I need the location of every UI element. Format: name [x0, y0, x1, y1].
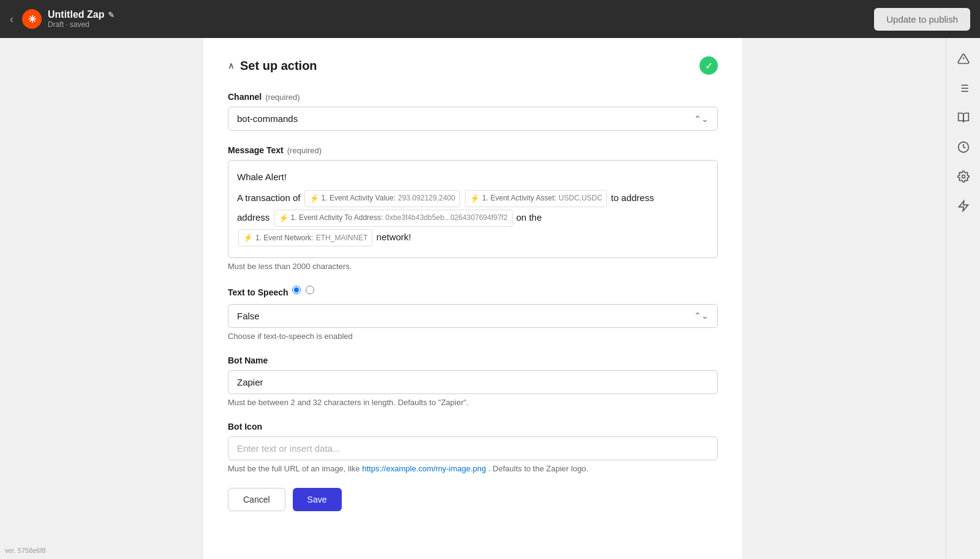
bot-icon-hint-suffix: . Defaults to the Zapier logo. — [488, 464, 588, 473]
tts-label-text: Text to Speech — [228, 287, 288, 297]
msg-address-prefix: address — [237, 212, 273, 222]
sidebar-book-button[interactable] — [950, 104, 977, 131]
main-layout: ∧ Set up action ✓ Channel (required) bot… — [0, 38, 980, 559]
zap-title: Untitled Zap ✎ — [48, 9, 115, 20]
bot-icon-hint: Must be the full URL of an image, like h… — [228, 464, 718, 473]
canvas-area: ∧ Set up action ✓ Channel (required) bot… — [0, 38, 946, 559]
completion-check-icon: ✓ — [699, 56, 718, 75]
save-button[interactable]: Save — [293, 488, 342, 511]
msg-middle2: on the — [516, 212, 542, 222]
sidebar-clock-button[interactable] — [950, 134, 977, 161]
collapse-icon[interactable]: ∧ — [228, 61, 234, 70]
channel-required-text: (required) — [265, 93, 300, 102]
zapier-logo-icon: ✳ — [22, 9, 42, 29]
bot-icon-label: Bot Icon — [228, 422, 718, 432]
token-label-4: 1. Event Network: — [255, 232, 314, 244]
text-to-speech-field-group: Text to Speech False ⌃⌄ Choose if text-t… — [228, 286, 718, 341]
bot-icon-label-text: Bot Icon — [228, 422, 262, 432]
token-activity-value[interactable]: ⚡ 1. Event Activity Value: 293.092129,24… — [304, 190, 461, 207]
svg-point-9 — [962, 175, 965, 178]
channel-select-arrows-icon: ⌃⌄ — [694, 114, 709, 124]
channel-select[interactable]: bot-commands ⌃⌄ — [228, 107, 718, 131]
sidebar-list-button[interactable] — [950, 75, 977, 102]
header-title-group: Untitled Zap ✎ Draft · saved — [48, 9, 115, 29]
bot-name-label-text: Bot Name — [228, 356, 268, 365]
section-header: ∧ Set up action ✓ — [228, 56, 718, 75]
bot-icon-input[interactable] — [228, 436, 718, 460]
bot-name-hint: Must be between 2 and 32 characters in l… — [228, 398, 718, 407]
token-icon-2: ⚡ — [470, 192, 480, 205]
token-icon-3: ⚡ — [279, 211, 288, 225]
token-icon-4: ⚡ — [243, 231, 253, 245]
publish-button[interactable]: Update to publish — [874, 8, 970, 31]
content-panel: ∧ Set up action ✓ Channel (required) bot… — [203, 38, 742, 559]
tts-select[interactable]: False ⌃⌄ — [228, 304, 718, 328]
tts-radio-on[interactable] — [292, 286, 301, 294]
message-text-required: (required) — [287, 146, 322, 155]
message-text-field-group: Message Text (required) Whale Alert! A t… — [228, 145, 718, 271]
tts-select-arrows-icon: ⌃⌄ — [694, 311, 709, 321]
tts-label-row: Text to Speech — [228, 286, 718, 299]
message-body-line3: ⚡ 1. Event Network: ETH_MAINNET network! — [237, 229, 709, 246]
token-label-3: 1. Event Activity To Address: — [291, 211, 383, 224]
sidebar-warning-button[interactable] — [950, 45, 977, 72]
token-label-2: 1. Event Activity Asset: — [482, 192, 556, 204]
header-left: ‹ ✳ Untitled Zap ✎ Draft · saved — [10, 9, 115, 29]
channel-value: bot-commands — [237, 113, 298, 124]
back-button[interactable]: ‹ — [10, 13, 13, 26]
cancel-button[interactable]: Cancel — [228, 488, 285, 511]
bot-name-input[interactable] — [228, 370, 718, 394]
bot-name-field-group: Bot Name Must be between 2 and 32 charac… — [228, 356, 718, 407]
sidebar-zap-button[interactable] — [950, 192, 977, 219]
token-activity-asset[interactable]: ⚡ 1. Event Activity Asset: USDC,USDC — [465, 190, 607, 207]
tts-radio-off[interactable] — [306, 286, 314, 294]
msg-suffix: network! — [377, 232, 412, 242]
token-icon-1: ⚡ — [309, 192, 319, 205]
token-value-4: ETH_MAINNET — [316, 232, 368, 244]
message-text-area[interactable]: Whale Alert! A transaction of ⚡ 1. Event… — [228, 160, 718, 258]
token-network[interactable]: ⚡ 1. Event Network: ETH_MAINNET — [238, 229, 372, 246]
channel-label-text: Channel — [228, 92, 262, 102]
zap-name-text: Untitled Zap — [48, 9, 104, 20]
right-sidebar — [946, 38, 980, 559]
message-text-label: Message Text (required) — [228, 145, 718, 155]
section-title: ∧ Set up action — [228, 59, 317, 73]
bot-icon-hint-link[interactable]: https://example.com/my-image.png — [362, 464, 486, 473]
tts-hint: Choose if text-to-speech is enabled — [228, 332, 718, 341]
message-body-line1: A transaction of ⚡ 1. Event Activity Val… — [237, 190, 709, 207]
token-value-1: 293.092129,2400 — [398, 192, 455, 204]
token-value-3: 0xbe3f4b43db5eb...0264307694f97f2 — [385, 211, 508, 224]
app-header: ‹ ✳ Untitled Zap ✎ Draft · saved Update … — [0, 0, 980, 38]
tts-radio-group — [292, 286, 314, 294]
token-value-2: USDC,USDC — [559, 192, 602, 204]
bot-name-label: Bot Name — [228, 356, 718, 365]
bot-icon-hint-prefix: Must be the full URL of an image, like — [228, 464, 360, 473]
msg-prefix: A transaction of — [237, 192, 300, 203]
section-title-text: Set up action — [240, 59, 317, 73]
token-to-address[interactable]: ⚡ 1. Event Activity To Address: 0xbe3f4b… — [274, 210, 513, 227]
message-text-label-text: Message Text — [228, 145, 284, 155]
edit-title-icon[interactable]: ✎ — [108, 10, 115, 20]
token-label-1: 1. Event Activity Value: — [322, 192, 396, 204]
sidebar-gear-button[interactable] — [950, 163, 977, 190]
zap-status: Draft · saved — [48, 20, 115, 29]
tts-value: False — [237, 311, 260, 321]
msg-middle1: to address — [611, 192, 654, 203]
channel-label: Channel (required) — [228, 92, 718, 102]
message-text-hint: Must be less than 2000 characters. — [228, 262, 718, 271]
version-text: ver. 5758e6f8 — [5, 547, 46, 554]
message-body-line2: address ⚡ 1. Event Activity To Address: … — [237, 210, 709, 227]
bottom-buttons: Cancel Save — [228, 488, 718, 511]
channel-field-group: Channel (required) bot-commands ⌃⌄ — [228, 92, 718, 131]
bot-icon-field-group: Bot Icon Must be the full URL of an imag… — [228, 422, 718, 473]
message-title-line: Whale Alert! — [237, 169, 709, 185]
